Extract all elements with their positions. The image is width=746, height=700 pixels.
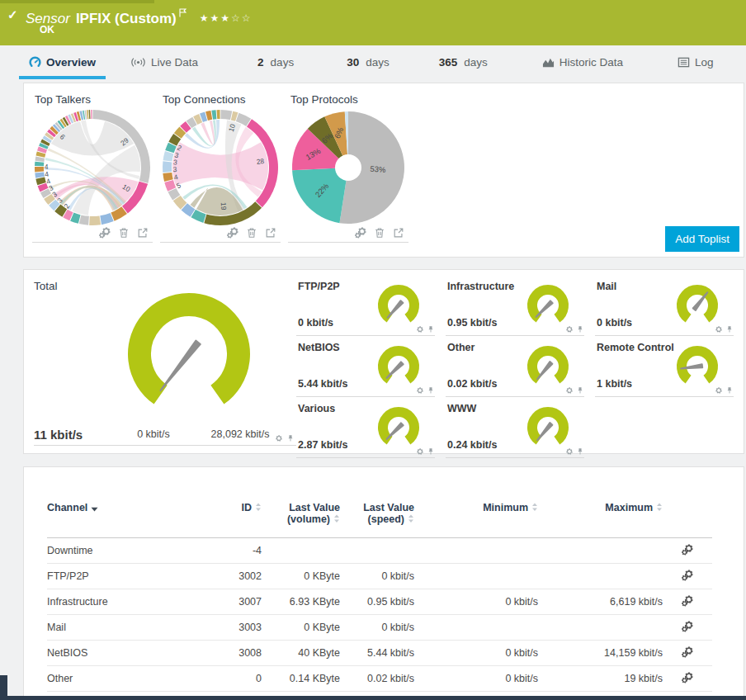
gear-icon[interactable] — [565, 386, 574, 395]
tab-label: Overview — [46, 56, 96, 69]
tab-number: 2 — [257, 56, 264, 69]
pin-icon[interactable] — [576, 447, 584, 456]
historic-data-icon — [542, 56, 555, 69]
trash-icon[interactable] — [118, 227, 130, 239]
top-connections-chart: 102819233345 — [162, 109, 279, 226]
tab-live-data[interactable]: Live Data — [120, 45, 208, 79]
external-link-icon[interactable] — [265, 227, 276, 239]
column-header-minimum[interactable]: Minimum — [414, 497, 538, 538]
cell-min: 0 kbit/s — [414, 666, 538, 692]
www-gauge — [525, 406, 571, 449]
column-header-id[interactable]: ID — [212, 497, 262, 538]
pin-icon[interactable] — [427, 325, 435, 333]
flag-icon[interactable] — [179, 5, 186, 21]
total-gauge — [111, 290, 267, 414]
tab-overview[interactable]: Overview — [19, 45, 106, 79]
external-link-icon[interactable] — [393, 227, 404, 239]
gear-icon[interactable] — [416, 386, 424, 395]
pin-icon[interactable] — [427, 447, 435, 456]
chord-flow-label: 28 — [256, 157, 265, 166]
cogs-icon[interactable] — [682, 672, 693, 683]
column-header-last-value-speed[interactable]: Last Value (speed) — [340, 497, 414, 538]
tab-label: days — [271, 56, 295, 69]
cell-min — [414, 538, 538, 564]
pin-icon[interactable] — [576, 386, 584, 395]
chord-flow-label: 4 — [45, 163, 49, 171]
pin-icon[interactable] — [286, 434, 295, 442]
gauge-card-www: WWW0.24 kbit/s — [446, 397, 584, 458]
tab-log[interactable]: Log — [668, 45, 724, 79]
caret-down-icon — [91, 503, 98, 514]
cell-lv_volume: 0 KByte — [262, 615, 340, 641]
tab-historic-data[interactable]: Historic Data — [532, 45, 633, 79]
sort-icon — [408, 514, 414, 526]
cell-channel: Mail — [47, 615, 212, 641]
pin-icon[interactable] — [427, 386, 435, 395]
sort-icon — [333, 514, 340, 526]
gear-icon[interactable] — [416, 447, 424, 456]
gauge-card-actions — [715, 325, 734, 333]
cell-lv_speed: 0 kbit/s — [340, 615, 414, 641]
tab-bar: OverviewLive Data2days30days365daysHisto… — [0, 45, 746, 83]
cogs-icon[interactable] — [682, 570, 693, 581]
cell-id: 3007 — [212, 589, 262, 615]
priority-stars[interactable]: ★★★☆☆ — [200, 12, 253, 24]
cell-id: 3008 — [212, 641, 262, 666]
cogs-icon[interactable] — [682, 646, 693, 658]
channel-gauge-grid: FTP/P2P0 kbit/sInfrastructure0.95 kbit/s… — [296, 275, 734, 458]
column-header-label: Minimum — [483, 502, 528, 513]
pin-icon[interactable] — [725, 386, 734, 395]
gear-icon[interactable] — [715, 386, 723, 395]
cogs-icon[interactable] — [99, 227, 111, 239]
gear-icon[interactable] — [275, 434, 283, 442]
gear-icon[interactable] — [565, 447, 574, 456]
top-protocols-chart: 53%22%13%6%6% — [290, 109, 407, 226]
tab-30-days[interactable]: 30days — [337, 45, 399, 79]
cell-lv_volume — [262, 538, 340, 564]
table-row-other: Other00.14 KByte0.02 kbit/s0 kbit/s19 kb… — [47, 666, 712, 692]
column-header-label: ID — [242, 502, 253, 513]
pin-icon[interactable] — [576, 325, 584, 333]
ftp-p2p-gauge — [375, 284, 422, 327]
tab-2-days[interactable]: 2days — [248, 45, 304, 79]
cogs-icon[interactable] — [682, 544, 693, 556]
column-header-last-value-volume[interactable]: Last Value (volume) — [262, 497, 340, 538]
gauge-card-title: Other — [447, 342, 475, 353]
gear-icon[interactable] — [715, 325, 723, 333]
cell-min — [414, 615, 538, 641]
column-header-maximum[interactable]: Maximum — [538, 497, 663, 538]
cell-max: 14,159 kbit/s — [538, 641, 663, 666]
add-toplist-button[interactable]: Add Toplist — [665, 226, 739, 252]
tab-number: 30 — [347, 56, 359, 69]
gauge-card-title: NetBIOS — [298, 342, 340, 353]
cogs-icon[interactable] — [227, 227, 238, 239]
cogs-icon[interactable] — [355, 227, 366, 239]
gauge-card-value: 0 kbit/s — [597, 317, 632, 329]
status-badge: OK — [40, 24, 54, 35]
gauge-card-title: WWW — [447, 403, 476, 414]
toplist-cards: Top Talkers291062333444Top Connections10… — [24, 83, 744, 243]
column-header-channel[interactable]: Channel — [47, 497, 212, 538]
column-header-label: Channel — [47, 502, 87, 513]
sensor-header: ✓ SensorIPFIX (Custom)★★★☆☆ OK — [0, 0, 746, 45]
total-gauge-value: 11 kbit/s — [34, 428, 83, 442]
cogs-icon[interactable] — [682, 595, 693, 607]
external-link-icon[interactable] — [137, 227, 149, 239]
channel-table-panel: ChannelIDLast Value (volume)Last Value (… — [23, 466, 744, 700]
tab-365-days[interactable]: 365days — [429, 45, 498, 79]
cogs-icon[interactable] — [682, 621, 693, 632]
gear-icon[interactable] — [565, 325, 574, 333]
column-header-actions — [663, 497, 712, 538]
channel-table-body: Downtime-4FTP/P2P30020 KByte0 kbit/sInfr… — [47, 538, 712, 692]
gauge-card-actions — [565, 386, 584, 395]
cell-channel: FTP/P2P — [47, 564, 212, 589]
sensor-title-row: SensorIPFIX (Custom)★★★☆☆ — [26, 5, 253, 27]
trash-icon[interactable] — [246, 227, 257, 239]
gear-icon[interactable] — [416, 325, 424, 333]
trash-icon[interactable] — [374, 227, 385, 239]
top-talkers-chart: 291062333444 — [34, 109, 151, 226]
toplist-card-top-talkers: Top Talkers291062333444 — [32, 93, 153, 243]
pin-icon[interactable] — [725, 325, 734, 333]
column-header-label: Last Value (speed) — [363, 502, 414, 525]
cell-lv_speed: 0 kbit/s — [340, 564, 414, 589]
